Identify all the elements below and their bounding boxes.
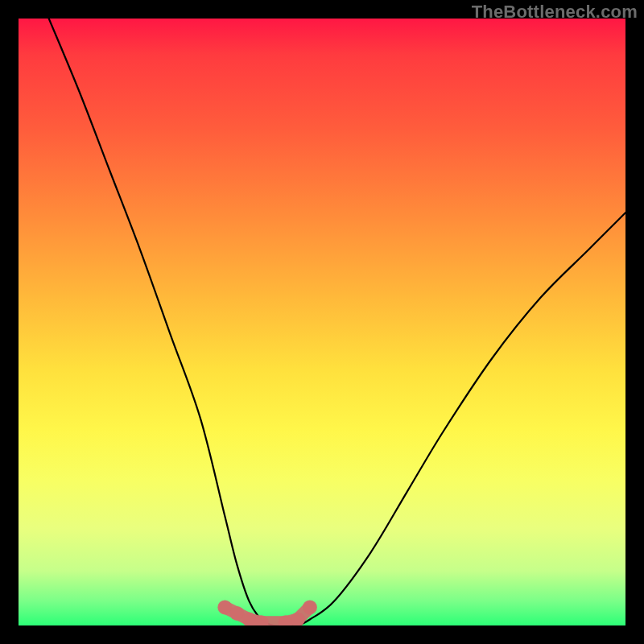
plot-area [19,19,625,625]
chart-svg [19,19,625,625]
bottleneck-curve [49,19,625,625]
chart-stage: TheBottleneck.com [0,0,644,644]
attribution-text: TheBottleneck.com [472,2,638,23]
bottom-markers [217,600,317,625]
svg-point-6 [303,600,317,614]
